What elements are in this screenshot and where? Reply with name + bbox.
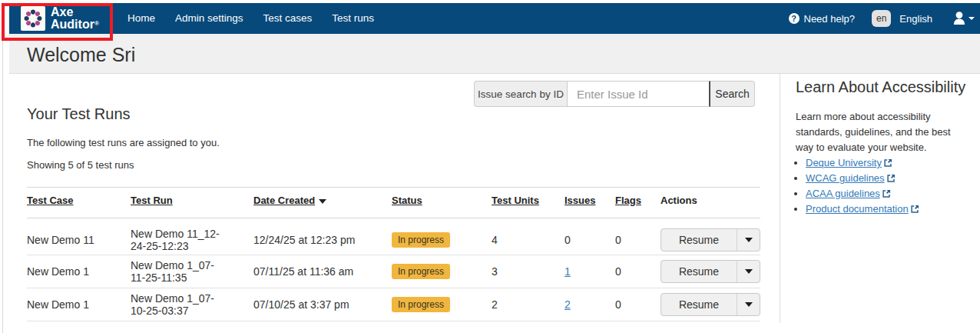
sidebar-paragraph: Learn more about accessibility standards… bbox=[796, 109, 961, 155]
cell-test-run: New Demo 11_12-24-25-12:23 bbox=[131, 228, 223, 252]
cell-test-case: New Demo 11 bbox=[27, 218, 131, 255]
welcome-title: Welcome Sri bbox=[27, 42, 135, 66]
column-header-actions: Actions bbox=[661, 188, 760, 218]
cell-date-created: 07/10/25 at 3:37 pm bbox=[253, 288, 392, 321]
cell-date-created: 07/11/25 at 11:36 am bbox=[253, 255, 392, 288]
test-runs-table: Test Case Test Run Date Created Status T… bbox=[27, 187, 760, 321]
user-menu[interactable] bbox=[952, 11, 975, 26]
main-content: Issue search by ID Search Your Test Runs… bbox=[9, 74, 780, 333]
issues-count-link[interactable]: 2 bbox=[564, 298, 571, 311]
resume-button[interactable]: Resume bbox=[661, 229, 737, 251]
test-runs-description: The following test runs are assigned to … bbox=[27, 137, 220, 148]
issue-search-input[interactable] bbox=[567, 81, 710, 107]
table-header-row: Test Case Test Run Date Created Status T… bbox=[27, 188, 760, 218]
column-header-test-units[interactable]: Test Units bbox=[492, 195, 539, 206]
dropdown-caret-icon bbox=[745, 238, 753, 242]
list-item: ACAA guidelines bbox=[806, 186, 976, 201]
top-navbar: AxeAuditor® Home Admin settings Test cas… bbox=[9, 3, 980, 34]
sort-desc-caret-icon bbox=[319, 199, 326, 204]
resume-split-button: Resume bbox=[661, 293, 760, 316]
cell-test-units: 3 bbox=[492, 255, 564, 288]
question-mark-icon: ? bbox=[789, 13, 800, 24]
link-acaa-guidelines[interactable]: ACAA guidelines bbox=[806, 188, 880, 199]
nav-item-admin-settings[interactable]: Admin settings bbox=[165, 12, 253, 24]
resume-split-button: Resume bbox=[661, 260, 760, 283]
sidebar-links: Deque University WCAG guidelines ACAA gu… bbox=[796, 155, 976, 217]
user-menu-caret-icon bbox=[968, 17, 975, 20]
cell-test-units: 2 bbox=[492, 288, 564, 321]
column-header-status[interactable]: Status bbox=[392, 195, 422, 206]
need-help-label: Need help? bbox=[804, 13, 856, 25]
external-link-icon bbox=[911, 205, 919, 213]
cell-test-case: New Demo 1 bbox=[27, 288, 131, 321]
cell-flags: 0 bbox=[615, 255, 661, 288]
column-header-test-case[interactable]: Test Case bbox=[27, 195, 73, 206]
resume-dropdown-toggle[interactable] bbox=[737, 261, 760, 282]
external-link-icon bbox=[887, 174, 896, 182]
test-runs-heading: Your Test Runs bbox=[27, 105, 131, 123]
table-row: New Demo 1 New Demo 1_07-11-25-11:35 07/… bbox=[27, 255, 760, 288]
column-header-issues[interactable]: Issues bbox=[564, 195, 595, 206]
need-help-link[interactable]: ? Need help? bbox=[789, 13, 856, 25]
cell-issues: 0 bbox=[564, 218, 615, 255]
cell-test-run: New Demo 1_07-11-25-11:35 bbox=[131, 259, 223, 284]
cell-test-units: 4 bbox=[492, 218, 564, 255]
cell-flags: 0 bbox=[615, 218, 661, 255]
language-code-badge: en bbox=[872, 10, 891, 27]
resume-dropdown-toggle[interactable] bbox=[737, 229, 760, 251]
column-header-flags[interactable]: Flags bbox=[615, 195, 641, 206]
link-wcag-guidelines[interactable]: WCAG guidelines bbox=[806, 172, 885, 184]
resume-button[interactable]: Resume bbox=[661, 294, 737, 315]
resume-button[interactable]: Resume bbox=[661, 261, 737, 282]
nav-items: Home Admin settings Test cases Test runs bbox=[118, 3, 384, 34]
test-runs-summary: Showing 5 of 5 test runs bbox=[27, 159, 134, 171]
cell-test-run: New Demo 1_07-10-25-03:37 bbox=[131, 292, 223, 317]
nav-item-test-runs[interactable]: Test runs bbox=[322, 12, 384, 24]
learn-sidebar: Learn About Accessibility Learn more abo… bbox=[780, 74, 980, 323]
list-item: WCAG guidelines bbox=[806, 171, 976, 186]
resume-split-button: Resume bbox=[661, 228, 760, 251]
dropdown-caret-icon bbox=[745, 302, 753, 307]
status-badge: In progress bbox=[392, 264, 450, 279]
issue-search-group: Issue search by ID Search bbox=[474, 81, 755, 107]
link-product-documentation[interactable]: Product documentation bbox=[806, 203, 909, 215]
status-badge: In progress bbox=[392, 232, 450, 248]
language-label[interactable]: English bbox=[899, 13, 932, 25]
navbar-right: ? Need help? en English bbox=[789, 10, 980, 27]
user-icon bbox=[952, 11, 967, 26]
cell-test-case: New Demo 1 bbox=[27, 255, 131, 288]
welcome-band: Welcome Sri bbox=[9, 34, 980, 74]
sidebar-heading: Learn About Accessibility bbox=[796, 78, 976, 96]
external-link-icon bbox=[884, 158, 892, 167]
table-row: New Demo 11 New Demo 11_12-24-25-12:23 1… bbox=[27, 218, 760, 255]
external-link-icon bbox=[882, 189, 891, 198]
list-item: Product documentation bbox=[806, 201, 976, 217]
nav-item-home[interactable]: Home bbox=[118, 12, 165, 24]
cell-flags: 0 bbox=[615, 288, 661, 321]
status-badge: In progress bbox=[392, 297, 450, 312]
column-header-date-created[interactable]: Date Created bbox=[253, 195, 315, 206]
table-row: New Demo 1 New Demo 1_07-10-25-03:37 07/… bbox=[27, 288, 760, 321]
nav-item-test-cases[interactable]: Test cases bbox=[253, 12, 323, 24]
column-header-test-run[interactable]: Test Run bbox=[131, 195, 173, 206]
dropdown-caret-icon bbox=[745, 269, 753, 274]
issue-search-button[interactable]: Search bbox=[710, 81, 755, 107]
link-deque-university[interactable]: Deque University bbox=[806, 157, 882, 168]
issue-search-addon-label: Issue search by ID bbox=[474, 81, 567, 107]
list-item: Deque University bbox=[806, 155, 976, 171]
resume-dropdown-toggle[interactable] bbox=[737, 294, 760, 315]
annotation-highlight-box bbox=[2, 3, 113, 41]
issues-count-link[interactable]: 1 bbox=[564, 265, 571, 278]
cell-date-created: 12/24/25 at 12:23 pm bbox=[253, 218, 392, 255]
page-edge-line bbox=[2, 34, 3, 333]
